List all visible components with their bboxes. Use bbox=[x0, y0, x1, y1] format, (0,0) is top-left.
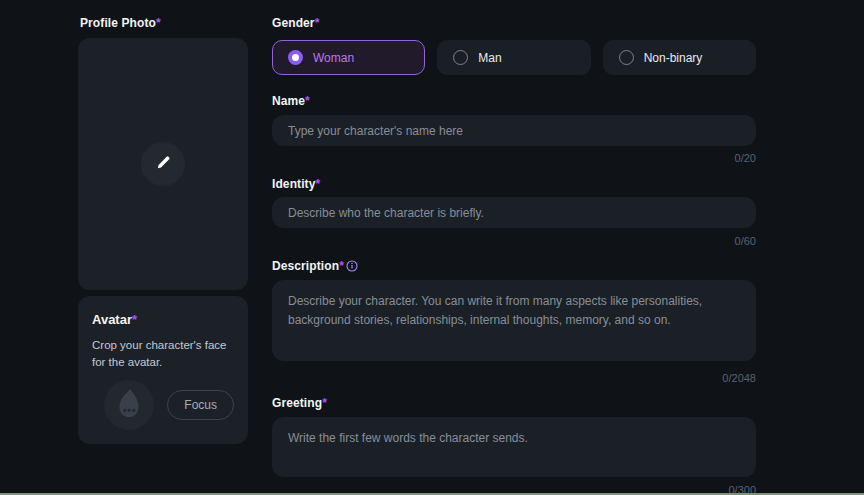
info-icon[interactable] bbox=[346, 260, 358, 275]
radio-selected-icon bbox=[288, 50, 303, 65]
identity-input[interactable] bbox=[272, 197, 756, 228]
greeting-label: Greeting* bbox=[272, 396, 327, 410]
gender-option-label: Woman bbox=[313, 51, 354, 65]
required-asterisk: * bbox=[315, 177, 320, 191]
gender-label: Gender* bbox=[272, 16, 319, 30]
pencil-icon bbox=[155, 154, 172, 175]
gender-option-nonbinary[interactable]: Non-binary bbox=[603, 40, 756, 75]
description-counter: 0/2048 bbox=[722, 372, 756, 384]
avatar-label: Avatar* bbox=[92, 312, 234, 327]
description-textarea[interactable] bbox=[272, 280, 756, 361]
gender-option-woman[interactable]: Woman bbox=[272, 40, 425, 75]
gender-option-label: Man bbox=[478, 51, 501, 65]
required-asterisk: * bbox=[305, 94, 310, 108]
avatar-preview bbox=[104, 380, 154, 430]
profile-photo-upload-area[interactable] bbox=[78, 38, 248, 290]
required-asterisk: * bbox=[322, 396, 327, 410]
character-create-page: Profile Photo* Avatar* Crop your charact… bbox=[0, 0, 864, 495]
gender-options: Woman Man Non-binary bbox=[272, 40, 756, 75]
name-input[interactable] bbox=[272, 115, 756, 146]
name-counter: 0/20 bbox=[735, 152, 756, 164]
greeting-textarea[interactable] bbox=[272, 417, 756, 477]
avatar-controls-row: Focus bbox=[92, 380, 234, 430]
radio-unselected-icon bbox=[453, 50, 468, 65]
ghost-flame-icon bbox=[111, 385, 147, 425]
avatar-description: Crop your character's face for the avata… bbox=[92, 337, 234, 371]
gender-option-label: Non-binary bbox=[644, 51, 703, 65]
radio-unselected-icon bbox=[619, 50, 634, 65]
required-asterisk: * bbox=[315, 16, 320, 30]
identity-label: Identity* bbox=[272, 177, 320, 191]
identity-counter: 0/60 bbox=[735, 235, 756, 247]
description-label: Description* bbox=[272, 259, 358, 275]
required-asterisk: * bbox=[156, 16, 161, 30]
edit-photo-button[interactable] bbox=[141, 142, 185, 186]
required-asterisk: * bbox=[339, 259, 344, 273]
required-asterisk: * bbox=[132, 312, 137, 327]
name-label: Name* bbox=[272, 94, 310, 108]
gender-option-man[interactable]: Man bbox=[437, 40, 590, 75]
profile-photo-label: Profile Photo* bbox=[80, 16, 161, 30]
focus-button[interactable]: Focus bbox=[167, 390, 234, 420]
avatar-card: Avatar* Crop your character's face for t… bbox=[78, 296, 248, 444]
